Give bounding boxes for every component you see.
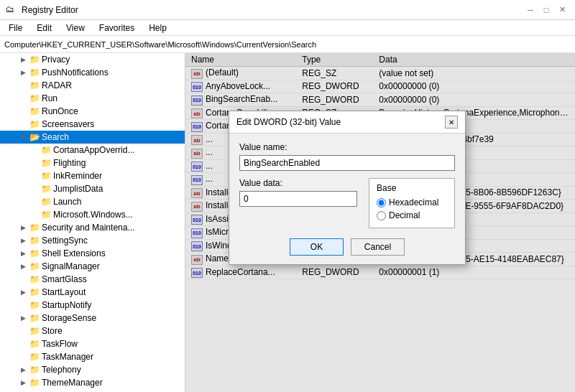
tree-item-runonce[interactable]: 📁RunOnce: [0, 105, 185, 118]
tree-item-run[interactable]: 📁Run: [0, 92, 185, 105]
folder-icon-smartglass: 📁: [29, 274, 40, 285]
tree-label-privacy: Privacy: [42, 55, 70, 65]
tree-arrow-signalmanager: ▶: [17, 263, 29, 270]
folder-icon-run: 📁: [29, 93, 40, 104]
tree-label-storagesense: StorageSense: [42, 313, 96, 323]
tree-label-microsoftwindows: Microsoft.Windows...: [53, 210, 133, 220]
folder-icon-settingsync: 📁: [29, 235, 40, 246]
tree-label-settingsync: SettingSync: [42, 235, 88, 246]
dialog-close-button[interactable]: ✕: [445, 116, 458, 129]
minimize-button[interactable]: ─: [523, 3, 538, 17]
dec-radio-row: Decimal: [377, 210, 447, 220]
folder-icon-shellextensions: 📁: [29, 248, 40, 259]
value-data-input[interactable]: [239, 191, 357, 207]
tree-item-inkreminder[interactable]: 📁InkReminder: [0, 169, 185, 182]
folder-icon-launch: 📁: [40, 196, 52, 207]
tree-label-inkreminder: InkReminder: [53, 171, 102, 181]
window-controls: ─ □ ✕: [523, 3, 569, 17]
decimal-radio[interactable]: [377, 211, 386, 220]
folder-icon-storagesense: 📁: [29, 312, 40, 324]
tree-label-shellextensions: Shell Extensions: [42, 248, 106, 258]
dialog-title: Edit DWORD (32-bit) Value: [236, 117, 341, 127]
tree-label-signalmanager: SignalManager: [42, 261, 100, 271]
address-path: Computer\HKEY_CURRENT_USER\Software\Micr…: [4, 40, 571, 49]
tree-item-telephony[interactable]: ▶📁Telephony: [0, 363, 185, 376]
tree-item-thememanager[interactable]: ▶📁ThemeManager: [0, 376, 185, 389]
tree-item-cortanaappoverride[interactable]: 📁CortanaAppOverrid...: [0, 144, 185, 157]
modal-overlay: Edit DWORD (32-bit) Value ✕ Value name: …: [185, 53, 575, 392]
hex-radio-row: Hexadecimal: [377, 197, 447, 207]
tree-item-signalmanager[interactable]: ▶📁SignalManager: [0, 260, 185, 273]
tree-item-shellextensions[interactable]: ▶📁Shell Extensions: [0, 247, 185, 260]
tree-item-search[interactable]: ▼📂Search: [0, 131, 185, 144]
tree-label-radar: RADAR: [42, 80, 72, 90]
dialog-body: Value name: Value data: Base Hexadecimal: [229, 134, 465, 264]
tree-item-store[interactable]: 📁Store: [0, 325, 185, 337]
close-button[interactable]: ✕: [555, 3, 569, 17]
hexadecimal-label: Hexadecimal: [389, 197, 438, 207]
folder-icon-taskflow: 📁: [29, 338, 40, 350]
tree-arrow-search: ▼: [17, 134, 29, 141]
tree-item-securitymaintena[interactable]: ▶📁Security and Maintena...: [0, 221, 185, 234]
tree-item-screensavers[interactable]: 📁Screensavers: [0, 118, 185, 131]
folder-icon-thememanager: 📁: [29, 377, 40, 388]
tree-label-store: Store: [42, 326, 63, 336]
menu-bar: File Edit View Favorites Help: [0, 20, 575, 36]
values-panel: Name Type Data ab(Default)REG_SZ(value n…: [185, 53, 575, 392]
tree-label-telephony: Telephony: [42, 365, 81, 375]
tree-label-pushnotifications: PushNotifications: [42, 67, 109, 78]
value-name-input[interactable]: [239, 155, 455, 171]
tree-item-settingsync[interactable]: ▶📁SettingSync: [0, 234, 185, 247]
folder-icon-jumplistdata: 📁: [40, 183, 52, 195]
menu-edit[interactable]: Edit: [31, 22, 58, 34]
menu-view[interactable]: View: [60, 22, 91, 34]
tree-item-themes[interactable]: ▶📁Themes: [0, 389, 185, 392]
folder-icon-startlayout: 📁: [29, 286, 40, 298]
menu-help[interactable]: Help: [143, 22, 172, 34]
folder-icon-microsoftwindows: 📁: [40, 209, 52, 220]
folder-icon-screensavers: 📁: [29, 118, 40, 130]
tree-label-cortanaappoverride: CortanaAppOverrid...: [53, 145, 134, 155]
tree-arrow-privacy: ▶: [17, 56, 29, 63]
tree-item-privacy[interactable]: ▶📁Privacy: [0, 53, 185, 66]
tree-label-thememanager: ThemeManager: [42, 378, 103, 388]
cancel-button[interactable]: Cancel: [351, 238, 405, 256]
tree-item-smartglass[interactable]: 📁SmartGlass: [0, 273, 185, 286]
tree-item-startlayout[interactable]: ▶📁StartLayout: [0, 286, 185, 299]
tree-item-taskflow[interactable]: 📁TaskFlow: [0, 337, 185, 350]
tree-item-startupnotify[interactable]: 📁StartupNotify: [0, 299, 185, 312]
ok-button[interactable]: OK: [290, 238, 344, 256]
menu-file[interactable]: File: [3, 22, 28, 34]
tree-arrow-settingsync: ▶: [17, 237, 29, 244]
menu-favorites[interactable]: Favorites: [93, 22, 140, 34]
decimal-label: Decimal: [389, 210, 420, 220]
tree-item-launch[interactable]: 📁Launch: [0, 195, 185, 208]
tree-item-taskmanager[interactable]: 📁TaskManager: [0, 350, 185, 363]
folder-icon-taskmanager: 📁: [29, 351, 40, 363]
tree-label-jumplistdata: JumplistData: [53, 184, 103, 194]
tree-item-jumplistdata[interactable]: 📁JumplistData: [0, 182, 185, 195]
tree-arrow-storagesense: ▶: [17, 314, 29, 322]
maximize-button[interactable]: □: [539, 3, 553, 17]
tree-arrow-thememanager: ▶: [17, 379, 29, 386]
tree-item-storagesense[interactable]: ▶📁StorageSense: [0, 312, 185, 325]
hexadecimal-radio[interactable]: [377, 198, 386, 207]
folder-icon-store: 📁: [29, 325, 40, 337]
tree-label-run: Run: [42, 93, 58, 103]
folder-icon-securitymaintena: 📁: [29, 222, 40, 233]
tree-item-pushnotifications[interactable]: ▶📁PushNotifications: [0, 66, 185, 79]
title-bar: 🗂 Registry Editor ─ □ ✕: [0, 0, 575, 20]
folder-icon-radar: 📁: [29, 80, 40, 91]
tree-arrow-telephony: ▶: [17, 366, 29, 373]
tree-item-microsoftwindows[interactable]: 📁Microsoft.Windows...: [0, 208, 185, 221]
tree-panel: ▶📁Privacy▶📁PushNotifications📁RADAR📁Run📁R…: [0, 53, 185, 392]
folder-icon-startupnotify: 📁: [29, 299, 40, 311]
data-row: Value data: Base Hexadecimal Decim: [239, 178, 455, 228]
tree-arrow-pushnotifications: ▶: [17, 69, 29, 76]
tree-item-radar[interactable]: 📁RADAR: [0, 79, 185, 92]
tree-item-flighting[interactable]: 📁Flighting: [0, 157, 185, 169]
folder-icon-signalmanager: 📁: [29, 261, 40, 272]
folder-icon-runonce: 📁: [29, 106, 40, 117]
folder-icon-inkreminder: 📁: [40, 170, 52, 182]
dialog-title-bar: Edit DWORD (32-bit) Value ✕: [229, 111, 465, 134]
